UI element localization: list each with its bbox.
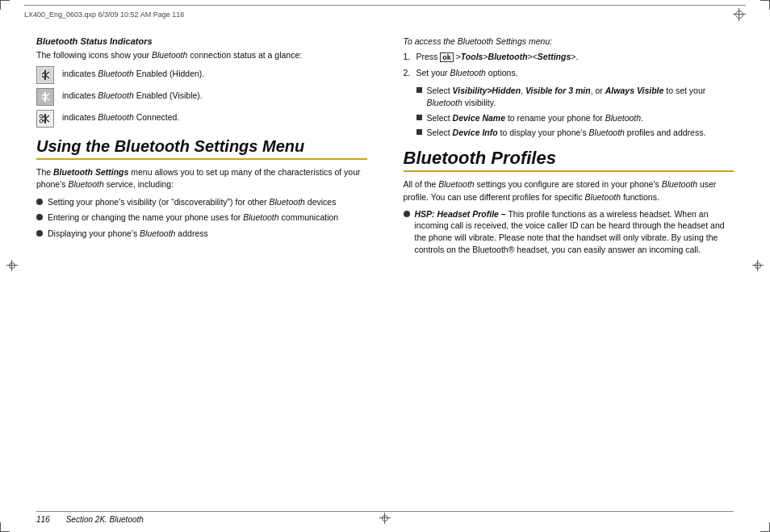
step-1-text: Press ok >Tools>Bluetooth><Settings>. — [416, 51, 579, 63]
bullet-visibility: Setting your phone's visibility (or “dis… — [36, 196, 367, 208]
sq-bullet-1 — [416, 87, 422, 93]
svg-point-16 — [40, 115, 43, 118]
sq-bullet-2 — [416, 115, 422, 120]
step-1-num: 1. — [404, 51, 416, 63]
step-2: 2. Set your Bluetooth options. — [404, 67, 734, 79]
bullet-address: Displaying your phone's Bluetooth addres… — [36, 228, 367, 240]
access-label: To access the Bluetooth Settings menu: — [404, 36, 734, 46]
profile-bullet-dot — [404, 211, 410, 217]
bt-icon-visible — [36, 88, 54, 106]
header-file-info: LX400_Eng_0603.qxp 6/3/09 10:52 AM Page … — [24, 10, 184, 19]
left-column: Bluetooth Status Indicators The followin… — [36, 36, 375, 500]
corner-mark-br — [760, 522, 770, 532]
sub-bullet-device-info: Select Device Info to display your phone… — [416, 127, 734, 139]
bullet-name-change: Entering or changing the name your phone… — [36, 212, 367, 224]
bt-icon-row-connected: indicates Bluetooth Connected. — [36, 110, 367, 128]
sub-bullet-visibility: Select Visibility>Hidden, Visible for 3 … — [416, 85, 734, 108]
bt-italic-1: Bluetooth — [152, 50, 187, 60]
bt-icon-row-visible: indicates Bluetooth Enabled (Visible). — [36, 88, 367, 106]
step-2-text: Set your Bluetooth options. — [416, 67, 518, 79]
bullet-dot-3 — [36, 230, 43, 237]
title-italic-bt: Bluetooth — [36, 36, 77, 46]
steps-list: 1. Press ok >Tools>Bluetooth><Settings>.… — [404, 51, 734, 78]
reg-mark-header — [733, 8, 746, 21]
content-area: Bluetooth Status Indicators The followin… — [36, 36, 734, 500]
settings-menu-title: Using the Bluetooth Settings Menu — [36, 137, 367, 156]
bullet-text-1: Setting your phone's visibility (or “dis… — [48, 196, 336, 208]
sub-bullets-list: Select Visibility>Hidden, Visible for 3 … — [416, 85, 734, 139]
bullet-text-2: Entering or changing the name your phone… — [48, 212, 338, 224]
icon-visible-text: indicates Bluetooth Enabled (Visible). — [62, 88, 203, 102]
profile-hsp: HSP: Headset Profile – This profile func… — [404, 208, 734, 256]
icon-hidden-text: indicates Bluetooth Enabled (Hidden). — [62, 66, 204, 80]
step-2-num: 2. — [404, 67, 416, 79]
bt-icon-hidden — [36, 66, 54, 84]
reg-mark-right — [752, 260, 764, 273]
bt-icon-connected — [36, 110, 54, 128]
bullet-dot-2 — [36, 214, 43, 220]
corner-mark-bl — [0, 522, 10, 532]
profiles-section: Bluetooth Profiles All of the Bluetooth … — [404, 149, 734, 255]
icon-connected-text: indicates Bluetooth Connected. — [62, 110, 179, 124]
svg-point-17 — [40, 119, 43, 123]
footer-section-label: Section 2K. Bluetooth — [66, 515, 144, 524]
footer-page-num: 116 — [36, 515, 50, 524]
profiles-divider — [404, 170, 734, 172]
bt-icon-row-hidden: indicates Bluetooth Enabled (Hidden). — [36, 66, 367, 84]
sub-bullet-text-2: Select Device Name to rename your phone … — [427, 112, 644, 124]
settings-divider — [36, 158, 367, 160]
bullet-dot-1 — [36, 199, 43, 205]
page-wrapper: LX400_Eng_0603.qxp 6/3/09 10:52 AM Page … — [0, 0, 770, 532]
profiles-intro: All of the Bluetooth settings you config… — [404, 178, 734, 203]
status-indicators-title: Bluetooth Status Indicators — [36, 36, 367, 46]
access-section: To access the Bluetooth Settings menu: 1… — [404, 36, 734, 139]
header-bar: LX400_Eng_0603.qxp 6/3/09 10:52 AM Page … — [24, 5, 746, 21]
settings-bullet-list: Setting your phone's visibility (or “dis… — [36, 196, 367, 240]
settings-intro: The Bluetooth Settings menu allows you t… — [36, 166, 367, 191]
profiles-title: Bluetooth Profiles — [404, 149, 734, 168]
step-1: 1. Press ok >Tools>Bluetooth><Settings>. — [404, 51, 734, 63]
ok-button-icon: ok — [440, 52, 454, 62]
sub-bullet-text-1: Select Visibility>Hidden, Visible for 3 … — [427, 85, 734, 108]
bullet-text-3: Displaying your phone's Bluetooth addres… — [48, 228, 208, 240]
reg-mark-left — [6, 260, 18, 273]
profile-hsp-text: HSP: Headset Profile – This profile func… — [415, 208, 734, 256]
sub-bullet-device-name: Select Device Name to rename your phone … — [416, 112, 734, 124]
status-intro: The following icons show your Bluetooth … — [36, 49, 367, 61]
corner-mark-tl — [0, 0, 10, 10]
settings-menu-section: Using the Bluetooth Settings Menu The Bl… — [36, 137, 367, 240]
profiles-bullet-list: HSP: Headset Profile – This profile func… — [404, 208, 734, 256]
sq-bullet-3 — [416, 129, 422, 135]
sub-bullet-text-3: Select Device Info to display your phone… — [427, 127, 706, 139]
right-column: To access the Bluetooth Settings menu: 1… — [400, 36, 734, 500]
status-indicators-section: Bluetooth Status Indicators The followin… — [36, 36, 367, 128]
title-status-text: Status Indicators — [80, 36, 152, 46]
footer: 116 Section 2K. Bluetooth — [36, 511, 734, 524]
corner-mark-tr — [760, 0, 770, 10]
